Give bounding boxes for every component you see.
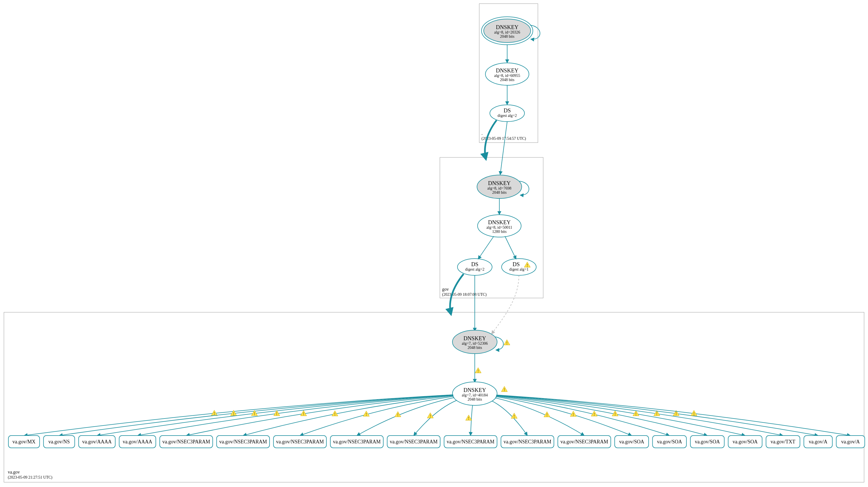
cluster-vagov-label: va.gov xyxy=(8,470,20,475)
gov-zsk-title: DNSKEY xyxy=(488,219,510,225)
root-ksk-title: DNSKEY xyxy=(496,24,518,30)
edge-root-ds-to-gov-ksk xyxy=(500,122,507,175)
node-root-zsk: DNSKEY alg=8, id=60955 2048 bits xyxy=(486,63,529,85)
edge-va-zsk-to-rrset xyxy=(413,400,457,435)
root-ksk-line2: 2048 bits xyxy=(500,34,515,38)
gov-ksk-title: DNSKEY xyxy=(488,180,510,186)
gov-ds2-title: DS xyxy=(513,261,520,267)
rrset-label: va.gov/AAAA xyxy=(123,439,153,445)
va-zsk-line1: alg=7, id=40184 xyxy=(462,393,488,397)
va-zsk-title: DNSKEY xyxy=(463,387,486,393)
warning-icon xyxy=(504,340,510,345)
cluster-gov-timestamp: (2023-05-09 18:07:08 UTC) xyxy=(442,292,487,297)
rrset-label: va.gov/TXT xyxy=(771,439,795,445)
edge-gov-ds2-to-va-ksk xyxy=(492,275,519,334)
cluster-root-label: . xyxy=(482,131,483,136)
va-ksk-title: DNSKEY xyxy=(463,335,486,341)
edge-va-zsk-to-rrset xyxy=(496,397,631,435)
rrset-label: va.gov/NSEC3PARAM xyxy=(503,439,551,445)
edge-va-zsk-to-rrset xyxy=(186,395,453,435)
rrset-label: va.gov/SOA xyxy=(619,439,644,445)
warning-icon xyxy=(466,415,472,421)
gov-ds1-line1: digest alg=2 xyxy=(465,267,485,271)
va-ksk-line2: 2048 bits xyxy=(467,346,482,350)
rrset-label: va.gov/NSEC3PARAM xyxy=(276,439,324,445)
rrset-label: va.gov/SOA xyxy=(733,439,758,445)
edge-gov-zsk-ds1 xyxy=(478,236,494,259)
gov-ds2-line1: digest alg=1 xyxy=(509,267,529,271)
rrset-label: va.gov/NSEC3PARAM xyxy=(162,439,210,445)
cluster-vagov-timestamp: (2023-05-09 21:27:51 UTC) xyxy=(8,475,53,480)
rrset-label: va.gov/MX xyxy=(12,439,36,445)
rrset-label: va.gov/AAAA xyxy=(82,439,112,445)
rrset-label: va.gov/NSEC3PARAM xyxy=(560,439,608,445)
root-zsk-line2: 2048 bits xyxy=(500,78,515,82)
warning-icon xyxy=(475,368,481,373)
node-gov-ds2: DS digest alg=1 xyxy=(502,259,536,275)
warning-icon xyxy=(511,413,517,419)
edge-va-zsk-to-rrset xyxy=(492,401,527,435)
rrset-label: va.gov/NSEC3PARAM xyxy=(446,439,494,445)
rrset-label: va.gov/NS xyxy=(48,439,70,445)
edge-va-zsk-to-rrset xyxy=(496,395,745,435)
rrset-label: va.gov/A xyxy=(809,439,828,445)
node-gov-zsk: DNSKEY alg=8, id=50011 1280 bits xyxy=(477,215,521,237)
node-va-ksk: DNSKEY alg=7, id=52306 2048 bits xyxy=(453,330,510,354)
cluster-gov-label: gov xyxy=(442,287,449,292)
edge-va-zsk-to-rrset xyxy=(357,398,455,435)
node-gov-ds1: DS digest alg=2 xyxy=(458,259,492,275)
va-ksk-line1: alg=7, id=52306 xyxy=(462,341,488,346)
root-ds-line1: digest alg=2 xyxy=(498,114,517,118)
gov-ds1-title: DS xyxy=(471,261,478,267)
rrset-label: va.gov/NSEC3PARAM xyxy=(219,439,267,445)
node-va-zsk: DNSKEY alg=7, id=40184 2048 bits xyxy=(453,382,507,405)
edge-root-ksk-selfloop xyxy=(530,25,540,39)
node-gov-ksk: DNSKEY alg=8, id=7698 2048 bits xyxy=(477,175,522,199)
gov-zsk-line1: alg=8, id=50011 xyxy=(487,225,512,230)
rrset-label: va.gov/NSEC3PARAM xyxy=(333,439,381,445)
rrset-label: va.gov/SOA xyxy=(657,439,682,445)
root-ds-title: DS xyxy=(503,107,511,114)
gov-zsk-line2: 1280 bits xyxy=(492,230,506,234)
root-zsk-title: DNSKEY xyxy=(496,67,518,74)
rrset-label: va.gov/A xyxy=(841,439,860,445)
gov-ksk-line2: 2048 bits xyxy=(492,191,506,195)
node-root-ds: DS digest alg=2 xyxy=(490,105,525,122)
edge-gov-zsk-ds2 xyxy=(505,236,516,259)
va-zsk-line2: 2048 bits xyxy=(467,397,482,401)
edge-va-zsk-to-rrset xyxy=(495,398,584,435)
node-root-ksk: DNSKEY alg=8, id=20326 2048 bits xyxy=(482,17,533,45)
root-ksk-line1: alg=8, id=20326 xyxy=(494,30,520,34)
rrset-label: va.gov/NSEC3PARAM xyxy=(390,439,438,445)
warning-icon xyxy=(427,413,433,418)
gov-ksk-line1: alg=8, id=7698 xyxy=(487,186,512,191)
root-zsk-line1: alg=8, id=60955 xyxy=(494,74,520,78)
warning-icon xyxy=(501,386,507,392)
rrset-label: va.gov/SOA xyxy=(695,439,720,445)
